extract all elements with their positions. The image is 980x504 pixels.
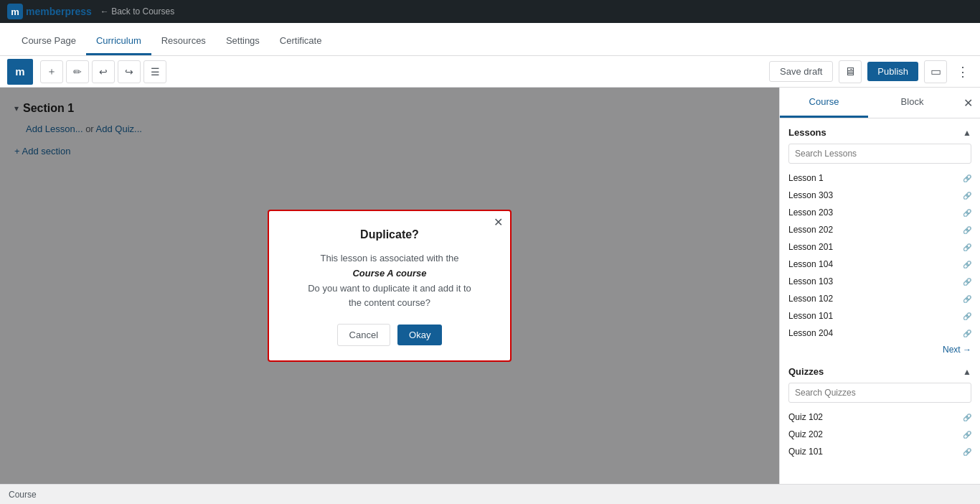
tab-curriculum[interactable]: Curriculum (86, 28, 151, 55)
toolbar-logo-button[interactable]: m (7, 59, 33, 85)
lessons-section-title: Lessons (788, 127, 826, 138)
list-item[interactable]: Lesson 303 🔗 (788, 187, 971, 204)
lesson-link-icon: 🔗 (963, 295, 971, 303)
lesson-label: Lesson 303 (788, 190, 833, 200)
modal-overlay: ✕ Duplicate? This lesson is associated w… (0, 88, 779, 484)
mp-logo-text: memberpress (26, 6, 92, 17)
lesson-label: Lesson 202 (788, 225, 833, 235)
list-item[interactable]: Lesson 1 🔗 (788, 169, 971, 187)
lesson-link-icon: 🔗 (963, 192, 971, 200)
lesson-label: Lesson 102 (788, 294, 833, 304)
tab-course-page[interactable]: Course Page (11, 28, 86, 55)
mp-logo-letter: m (11, 6, 19, 17)
content-area: ▾ Section 1 Add Lesson... or Add Quiz...… (0, 88, 779, 484)
dialog-line2: Do you want to duplicate it and add it t… (308, 283, 471, 294)
dialog-line1: This lesson is associated with the (321, 253, 459, 263)
lessons-section-header: Lessons ▲ (788, 127, 971, 138)
tab-certificate[interactable]: Certificate (270, 28, 332, 55)
mp-logo-wordmark: m memberpress (7, 4, 92, 19)
add-block-button[interactable]: ＋ (40, 60, 63, 83)
dialog-line3: the content course? (349, 297, 430, 308)
lessons-collapse-icon[interactable]: ▲ (963, 128, 971, 138)
ellipsis-icon: ⋮ (956, 64, 969, 80)
quiz-link-icon: 🔗 (963, 414, 971, 421)
sidebar-tab-block[interactable]: Block (868, 88, 956, 118)
lesson-link-icon: 🔗 (963, 261, 971, 269)
list-item[interactable]: Quiz 101 🔗 (788, 443, 971, 460)
lessons-next-link[interactable]: Next → (788, 345, 971, 355)
list-view-button[interactable]: ☰ (143, 60, 166, 83)
lesson-link-icon: 🔗 (963, 174, 971, 182)
okay-button[interactable]: Okay (397, 325, 442, 345)
lessons-section: Lessons ▲ Lesson 1 🔗 Lesson 303 🔗 Lesson… (788, 127, 971, 355)
quizzes-search-input[interactable] (788, 383, 971, 403)
list-item[interactable]: Lesson 101 🔗 (788, 307, 971, 325)
quiz-label: Quiz 102 (788, 412, 823, 422)
duplicate-dialog: ✕ Duplicate? This lesson is associated w… (268, 210, 512, 362)
quiz-link-icon: 🔗 (963, 448, 971, 456)
list-item[interactable]: Lesson 201 🔗 (788, 238, 971, 256)
list-item[interactable]: Lesson 103 🔗 (788, 273, 971, 290)
list-item[interactable]: Quiz 102 🔗 (788, 409, 971, 426)
plus-icon: ＋ (47, 65, 57, 78)
preview-button[interactable]: 🖥 (839, 60, 862, 83)
edit-button[interactable]: ✏ (66, 60, 89, 83)
sidebar-tabs-header: Course Block ✕ (780, 88, 980, 118)
save-draft-button[interactable]: Save draft (769, 61, 833, 82)
lesson-label: Lesson 201 (788, 242, 833, 252)
sidebar-close-button[interactable]: ✕ (956, 90, 980, 116)
publish-button[interactable]: Publish (867, 62, 918, 81)
list-icon: ☰ (151, 66, 160, 78)
redo-icon: ↪ (125, 66, 133, 78)
lesson-label: Lesson 101 (788, 311, 833, 321)
sidebar-tab-course[interactable]: Course (780, 88, 868, 118)
lesson-link-icon: 🔗 (963, 226, 971, 234)
undo-icon: ↩ (99, 66, 108, 78)
list-item[interactable]: Lesson 102 🔗 (788, 290, 971, 307)
dialog-actions: Cancel Okay (289, 324, 490, 346)
more-options-button[interactable]: ⋮ (953, 62, 973, 82)
lesson-label: Lesson 103 (788, 276, 833, 286)
lesson-label: Lesson 204 (788, 328, 833, 338)
lessons-search-input[interactable] (788, 144, 971, 164)
lesson-label: Lesson 1 (788, 173, 824, 183)
editor-toolbar: m ＋ ✏ ↩ ↪ ☰ Save draft 🖥 Publish ▭ ⋮ (0, 56, 980, 88)
list-item[interactable]: Lesson 104 🔗 (788, 256, 971, 273)
back-to-courses-link[interactable]: ← Back to Courses (100, 6, 174, 17)
nav-tabs-bar: Course Page Curriculum Resources Setting… (0, 23, 980, 56)
list-item[interactable]: Lesson 202 🔗 (788, 221, 971, 238)
lesson-label: Lesson 203 (788, 207, 833, 218)
lesson-link-icon: 🔗 (963, 209, 971, 217)
admin-bar: m memberpress ← Back to Courses (0, 0, 980, 23)
lesson-link-icon: 🔗 (963, 243, 971, 251)
sidebar-toggle-button[interactable]: ▭ (924, 60, 947, 83)
toolbar-right-actions: Save draft 🖥 Publish ▭ ⋮ (769, 60, 973, 83)
monitor-icon: 🖥 (844, 65, 856, 78)
dialog-title: Duplicate? (289, 228, 490, 241)
mp-logo-icon: m (7, 4, 23, 19)
list-item[interactable]: Lesson 203 🔗 (788, 204, 971, 221)
toolbar-logo-letter: m (15, 65, 24, 78)
sidebar-body: Lessons ▲ Lesson 1 🔗 Lesson 303 🔗 Lesson… (780, 118, 980, 484)
list-item[interactable]: Lesson 204 🔗 (788, 325, 971, 342)
quizzes-collapse-icon[interactable]: ▲ (963, 367, 971, 377)
tab-settings[interactable]: Settings (216, 28, 270, 55)
undo-button[interactable]: ↩ (92, 60, 115, 83)
list-item[interactable]: Quiz 202 🔗 (788, 426, 971, 443)
dialog-close-button[interactable]: ✕ (494, 217, 503, 228)
lesson-link-icon: 🔗 (963, 278, 971, 286)
redo-button[interactable]: ↪ (118, 60, 141, 83)
main-layout: ▾ Section 1 Add Lesson... or Add Quiz...… (0, 88, 980, 484)
cancel-button[interactable]: Cancel (337, 324, 390, 346)
quizzes-section: Quizzes ▲ Quiz 102 🔗 Quiz 202 🔗 Quiz 101… (788, 366, 971, 460)
quizzes-section-title: Quizzes (788, 366, 824, 377)
right-sidebar: Course Block ✕ Lessons ▲ Lesson 1 🔗 Less… (779, 88, 980, 484)
footer-bar: Course (0, 484, 980, 504)
quizzes-section-header: Quizzes ▲ (788, 366, 971, 377)
quiz-label: Quiz 101 (788, 447, 823, 457)
lesson-link-icon: 🔗 (963, 312, 971, 320)
tab-resources[interactable]: Resources (151, 28, 216, 55)
pencil-icon: ✏ (73, 66, 82, 78)
sidebar-icon: ▭ (930, 65, 941, 78)
dialog-course-name: Course A course (352, 268, 426, 279)
